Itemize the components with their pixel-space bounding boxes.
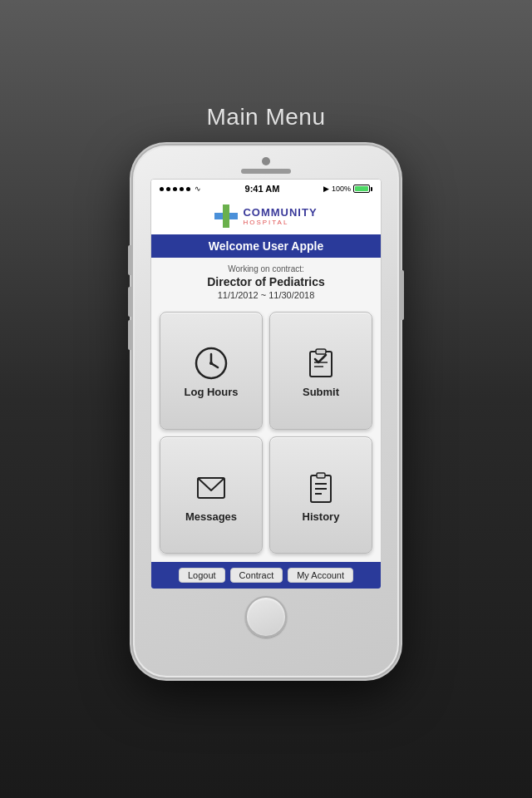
logo-hospital: HOSPITAL xyxy=(243,219,317,226)
submit-icon xyxy=(303,346,338,381)
history-button[interactable]: History xyxy=(269,436,372,554)
logo: COMMUNITY HOSPITAL xyxy=(214,204,317,228)
log-hours-button[interactable]: Log Hours xyxy=(160,312,263,430)
contract-title: Director of Pediatrics xyxy=(160,275,372,288)
working-label: Working on contract: xyxy=(160,264,372,273)
history-icon xyxy=(303,470,338,505)
location-icon: ▶ xyxy=(323,185,329,193)
contract-dates: 11/1/2012 ~ 11/30/2018 xyxy=(160,290,372,300)
phone-shell: ∿ 9:41 AM ▶ 100% xyxy=(133,145,399,677)
app-header: COMMUNITY HOSPITAL xyxy=(151,198,381,234)
messages-icon xyxy=(194,470,229,505)
status-right: ▶ 100% xyxy=(323,185,372,193)
cross-icon xyxy=(214,204,238,228)
phone-top xyxy=(133,145,399,179)
status-time: 9:41 AM xyxy=(245,184,280,194)
signal-dot-1 xyxy=(160,187,164,191)
battery-percent: 100% xyxy=(332,185,351,193)
battery-body xyxy=(353,185,370,193)
messages-button[interactable]: Messages xyxy=(160,436,263,554)
logo-community: COMMUNITY xyxy=(243,206,317,219)
submit-label: Submit xyxy=(303,386,339,398)
signal-dot-2 xyxy=(166,187,170,191)
svg-rect-5 xyxy=(316,349,326,354)
svg-point-3 xyxy=(209,362,213,365)
contract-info: Working on contract: Director of Pediatr… xyxy=(151,258,381,303)
battery-fill xyxy=(355,186,368,191)
battery-tip xyxy=(371,187,372,191)
signal-dot-5 xyxy=(186,187,190,191)
screen: ∿ 9:41 AM ▶ 100% xyxy=(150,179,382,589)
menu-grid: Log Hours Submit xyxy=(151,303,381,562)
my-account-button[interactable]: My Account xyxy=(288,568,353,583)
bottom-bar: Logout Contract My Account xyxy=(151,562,381,589)
svg-rect-4 xyxy=(310,352,332,377)
battery-icon xyxy=(353,185,372,193)
camera xyxy=(262,157,270,165)
home-button[interactable] xyxy=(245,596,287,638)
cross-vertical xyxy=(223,204,229,228)
page-title: Main Menu xyxy=(206,104,325,131)
logo-text: COMMUNITY HOSPITAL xyxy=(243,206,317,227)
speaker xyxy=(241,169,291,174)
log-hours-label: Log Hours xyxy=(185,386,239,398)
submit-button[interactable]: Submit xyxy=(269,312,372,430)
contract-button[interactable]: Contract xyxy=(230,568,283,583)
wifi-icon: ∿ xyxy=(195,185,201,193)
logout-button[interactable]: Logout xyxy=(179,568,225,583)
svg-rect-10 xyxy=(317,473,325,478)
history-label: History xyxy=(303,510,340,523)
signal-dot-3 xyxy=(173,187,177,191)
clock-icon xyxy=(194,346,229,381)
signal-area: ∿ xyxy=(160,185,201,193)
messages-label: Messages xyxy=(185,510,237,523)
status-bar: ∿ 9:41 AM ▶ 100% xyxy=(151,180,381,198)
welcome-banner: Welcome User Apple xyxy=(151,234,381,258)
signal-dot-4 xyxy=(180,187,184,191)
